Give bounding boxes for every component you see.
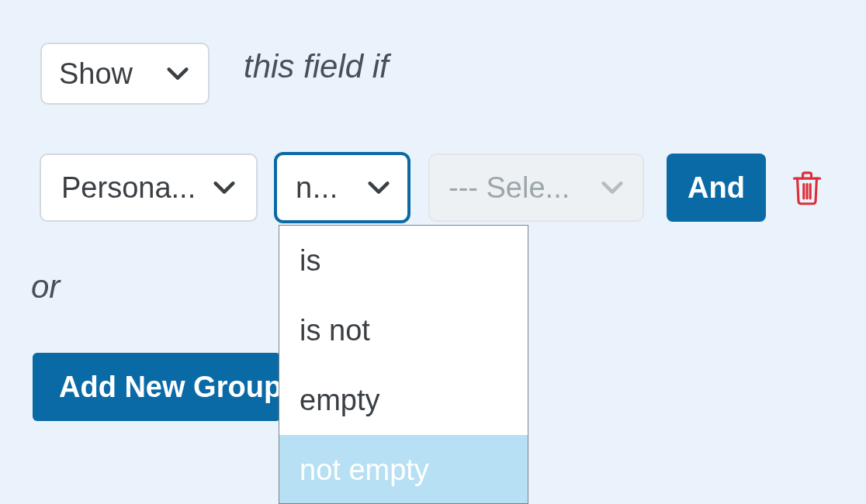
operator-option[interactable]: is — [279, 226, 528, 295]
chevron-down-icon — [211, 174, 237, 201]
chevron-down-icon — [599, 174, 625, 201]
trash-icon — [790, 169, 824, 208]
operator-option[interactable]: not empty — [279, 435, 528, 504]
operator-option[interactable]: is not — [279, 295, 528, 365]
condition-value-label: --- Sele... — [449, 171, 599, 205]
add-new-group-button[interactable]: Add New Group — [33, 353, 281, 421]
operator-dropdown[interactable]: is is not empty not empty — [279, 225, 528, 504]
condition-suffix-text: this field if — [244, 48, 389, 85]
delete-condition-button[interactable] — [790, 169, 824, 208]
operator-option[interactable]: empty — [279, 365, 528, 435]
chevron-down-icon — [365, 174, 392, 201]
or-label: or — [31, 268, 60, 306]
add-new-group-label: Add New Group — [59, 371, 281, 404]
condition-operator-label: n... — [296, 171, 365, 205]
and-button[interactable]: And — [667, 154, 766, 222]
condition-field-select[interactable]: Persona... — [40, 154, 258, 222]
action-select-label: Show — [59, 57, 165, 91]
chevron-down-icon — [165, 60, 191, 87]
condition-operator-select[interactable]: n... — [274, 152, 410, 223]
and-button-label: And — [688, 171, 745, 205]
condition-value-select: --- Sele... — [428, 154, 644, 222]
condition-field-label: Persona... — [61, 171, 211, 205]
action-select[interactable]: Show — [40, 43, 210, 105]
